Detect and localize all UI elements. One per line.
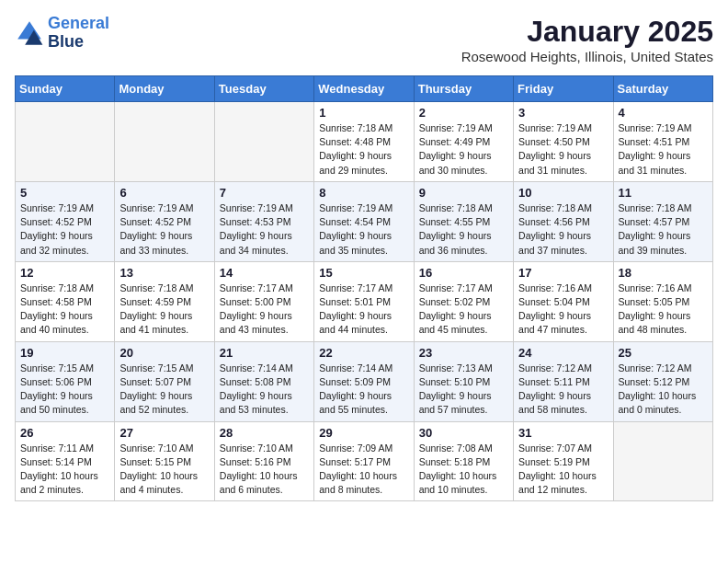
weekday-header: Friday — [514, 76, 613, 102]
day-info: Sunrise: 7:18 AM Sunset: 4:48 PM Dayligh… — [319, 121, 408, 178]
calendar-cell: 14Sunrise: 7:17 AM Sunset: 5:00 PM Dayli… — [214, 261, 313, 341]
day-number: 1 — [319, 106, 408, 120]
day-number: 21 — [220, 346, 309, 360]
calendar-cell: 23Sunrise: 7:13 AM Sunset: 5:10 PM Dayli… — [414, 341, 513, 421]
page-header: General Blue January 2025 Rosewood Heigh… — [15, 15, 713, 64]
day-info: Sunrise: 7:16 AM Sunset: 5:05 PM Dayligh… — [619, 282, 708, 338]
calendar-cell: 21Sunrise: 7:14 AM Sunset: 5:08 PM Dayli… — [214, 341, 313, 421]
day-info: Sunrise: 7:18 AM Sunset: 4:56 PM Dayligh… — [518, 201, 608, 258]
weekday-header: Monday — [115, 76, 214, 102]
calendar-cell: 17Sunrise: 7:16 AM Sunset: 5:04 PM Dayli… — [514, 261, 613, 341]
calendar-cell: 9Sunrise: 7:18 AM Sunset: 4:55 PM Daylig… — [414, 181, 513, 261]
calendar-cell: 18Sunrise: 7:16 AM Sunset: 5:05 PM Dayli… — [613, 261, 712, 341]
day-number: 5 — [20, 186, 109, 200]
day-number: 2 — [419, 106, 508, 120]
day-number: 12 — [20, 266, 109, 280]
day-info: Sunrise: 7:09 AM Sunset: 5:17 PM Dayligh… — [319, 442, 408, 498]
day-number: 20 — [119, 346, 209, 360]
calendar-cell: 20Sunrise: 7:15 AM Sunset: 5:07 PM Dayli… — [115, 341, 214, 421]
weekday-header: Tuesday — [214, 76, 313, 102]
day-number: 19 — [20, 346, 109, 360]
day-info: Sunrise: 7:19 AM Sunset: 4:52 PM Dayligh… — [119, 201, 209, 258]
day-info: Sunrise: 7:19 AM Sunset: 4:50 PM Dayligh… — [518, 121, 608, 178]
day-info: Sunrise: 7:10 AM Sunset: 5:16 PM Dayligh… — [220, 442, 309, 498]
day-number: 14 — [220, 266, 309, 280]
calendar-cell: 11Sunrise: 7:18 AM Sunset: 4:57 PM Dayli… — [613, 181, 712, 261]
day-number: 18 — [619, 266, 708, 280]
day-number: 3 — [518, 106, 608, 120]
day-number: 16 — [419, 266, 508, 280]
day-info: Sunrise: 7:13 AM Sunset: 5:10 PM Dayligh… — [419, 362, 508, 418]
day-info: Sunrise: 7:18 AM Sunset: 4:55 PM Dayligh… — [419, 201, 508, 258]
calendar-cell: 1Sunrise: 7:18 AM Sunset: 4:48 PM Daylig… — [314, 102, 414, 182]
day-info: Sunrise: 7:16 AM Sunset: 5:04 PM Dayligh… — [518, 282, 608, 338]
day-number: 9 — [419, 186, 508, 200]
day-number: 29 — [319, 426, 408, 440]
day-info: Sunrise: 7:19 AM Sunset: 4:49 PM Dayligh… — [419, 121, 508, 178]
calendar-cell: 22Sunrise: 7:14 AM Sunset: 5:09 PM Dayli… — [314, 341, 414, 421]
weekday-header: Sunday — [16, 76, 115, 102]
calendar-cell: 24Sunrise: 7:12 AM Sunset: 5:11 PM Dayli… — [514, 341, 613, 421]
day-info: Sunrise: 7:15 AM Sunset: 5:07 PM Dayligh… — [119, 362, 209, 418]
day-info: Sunrise: 7:17 AM Sunset: 5:02 PM Dayligh… — [419, 282, 508, 338]
svg-marker-0 — [17, 21, 41, 39]
day-number: 6 — [119, 186, 209, 200]
calendar-cell: 3Sunrise: 7:19 AM Sunset: 4:50 PM Daylig… — [514, 102, 613, 182]
calendar-cell: 16Sunrise: 7:17 AM Sunset: 5:02 PM Dayli… — [414, 261, 513, 341]
day-info: Sunrise: 7:12 AM Sunset: 5:12 PM Dayligh… — [619, 362, 708, 418]
calendar-cell — [613, 421, 712, 501]
calendar-cell — [115, 102, 214, 182]
calendar-week-row: 19Sunrise: 7:15 AM Sunset: 5:06 PM Dayli… — [16, 341, 713, 421]
day-number: 27 — [119, 426, 209, 440]
calendar-table: SundayMondayTuesdayWednesdayThursdayFrid… — [15, 75, 713, 501]
day-number: 13 — [119, 266, 209, 280]
calendar-cell: 29Sunrise: 7:09 AM Sunset: 5:17 PM Dayli… — [314, 421, 414, 501]
day-info: Sunrise: 7:17 AM Sunset: 5:01 PM Dayligh… — [319, 282, 408, 338]
calendar-cell: 5Sunrise: 7:19 AM Sunset: 4:52 PM Daylig… — [16, 181, 115, 261]
calendar-header-row: SundayMondayTuesdayWednesdayThursdayFrid… — [16, 76, 713, 102]
day-info: Sunrise: 7:19 AM Sunset: 4:54 PM Dayligh… — [319, 201, 408, 258]
month-title: January 2025 — [461, 15, 713, 49]
calendar-week-row: 1Sunrise: 7:18 AM Sunset: 4:48 PM Daylig… — [16, 102, 713, 182]
day-number: 26 — [20, 426, 109, 440]
weekday-header: Saturday — [613, 76, 712, 102]
day-info: Sunrise: 7:18 AM Sunset: 4:59 PM Dayligh… — [119, 282, 209, 338]
day-info: Sunrise: 7:19 AM Sunset: 4:53 PM Dayligh… — [220, 201, 309, 258]
day-number: 8 — [319, 186, 408, 200]
calendar-cell: 26Sunrise: 7:11 AM Sunset: 5:14 PM Dayli… — [16, 421, 115, 501]
day-info: Sunrise: 7:14 AM Sunset: 5:08 PM Dayligh… — [220, 362, 309, 418]
day-number: 10 — [518, 186, 608, 200]
calendar-cell: 2Sunrise: 7:19 AM Sunset: 4:49 PM Daylig… — [414, 102, 513, 182]
day-number: 28 — [220, 426, 309, 440]
day-number: 15 — [319, 266, 408, 280]
day-number: 30 — [419, 426, 508, 440]
calendar-cell: 13Sunrise: 7:18 AM Sunset: 4:59 PM Dayli… — [115, 261, 214, 341]
calendar-week-row: 26Sunrise: 7:11 AM Sunset: 5:14 PM Dayli… — [16, 421, 713, 501]
day-info: Sunrise: 7:15 AM Sunset: 5:06 PM Dayligh… — [20, 362, 109, 418]
day-number: 22 — [319, 346, 408, 360]
day-info: Sunrise: 7:12 AM Sunset: 5:11 PM Dayligh… — [518, 362, 608, 418]
calendar-cell: 27Sunrise: 7:10 AM Sunset: 5:15 PM Dayli… — [115, 421, 214, 501]
weekday-header: Thursday — [414, 76, 513, 102]
calendar-cell: 10Sunrise: 7:18 AM Sunset: 4:56 PM Dayli… — [514, 181, 613, 261]
calendar-cell — [16, 102, 115, 182]
calendar-cell: 7Sunrise: 7:19 AM Sunset: 4:53 PM Daylig… — [214, 181, 313, 261]
calendar-cell: 6Sunrise: 7:19 AM Sunset: 4:52 PM Daylig… — [115, 181, 214, 261]
day-number: 17 — [518, 266, 608, 280]
day-number: 4 — [619, 106, 708, 120]
day-number: 23 — [419, 346, 508, 360]
calendar-cell: 4Sunrise: 7:19 AM Sunset: 4:51 PM Daylig… — [613, 102, 712, 182]
location: Rosewood Heights, Illinois, United State… — [461, 49, 713, 64]
logo: General Blue — [15, 15, 109, 52]
day-number: 25 — [619, 346, 708, 360]
day-info: Sunrise: 7:19 AM Sunset: 4:52 PM Dayligh… — [20, 201, 109, 258]
calendar-week-row: 5Sunrise: 7:19 AM Sunset: 4:52 PM Daylig… — [16, 181, 713, 261]
calendar-cell: 12Sunrise: 7:18 AM Sunset: 4:58 PM Dayli… — [16, 261, 115, 341]
day-info: Sunrise: 7:08 AM Sunset: 5:18 PM Dayligh… — [419, 442, 508, 498]
calendar-cell: 8Sunrise: 7:19 AM Sunset: 4:54 PM Daylig… — [314, 181, 414, 261]
logo-text: General Blue — [48, 15, 109, 52]
weekday-header: Wednesday — [314, 76, 414, 102]
calendar-cell: 15Sunrise: 7:17 AM Sunset: 5:01 PM Dayli… — [314, 261, 414, 341]
day-number: 24 — [518, 346, 608, 360]
day-info: Sunrise: 7:10 AM Sunset: 5:15 PM Dayligh… — [119, 442, 209, 498]
